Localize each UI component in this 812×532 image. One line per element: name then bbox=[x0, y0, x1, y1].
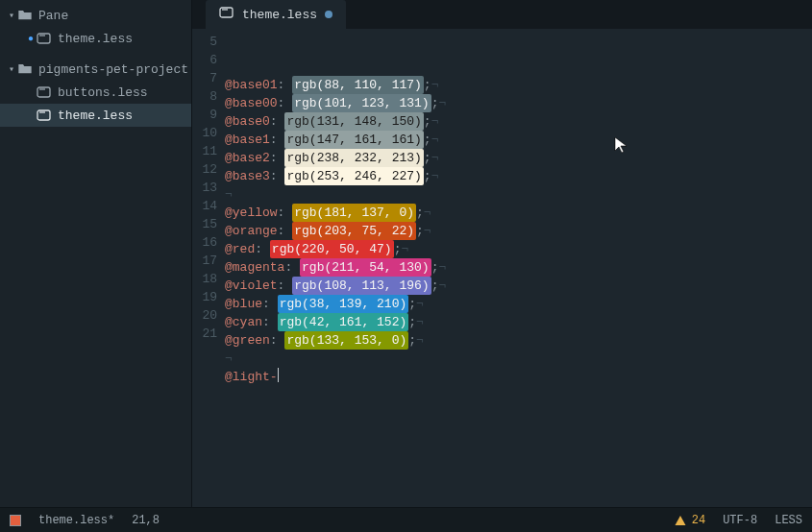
less-file-icon bbox=[37, 109, 52, 122]
code-line[interactable]: @base01: rgb(88, 110, 117);¬ bbox=[225, 76, 812, 94]
code-line[interactable]: @base1: rgb(147, 161, 161);¬ bbox=[225, 131, 812, 149]
chevron-down-icon: ▾ bbox=[6, 10, 17, 21]
code-line[interactable]: @base0: rgb(131, 148, 150);¬ bbox=[225, 112, 812, 131]
less-file-icon bbox=[37, 32, 52, 45]
folder-icon bbox=[17, 62, 33, 76]
code-line[interactable]: @light- bbox=[225, 368, 812, 386]
code-line[interactable]: @violet: rgb(108, 113, 196);¬ bbox=[225, 277, 812, 295]
code-area[interactable]: @base01: rgb(88, 110, 117);¬@base00: rgb… bbox=[225, 33, 812, 507]
status-filename[interactable]: theme.less* bbox=[38, 514, 114, 527]
tree-item-label: theme.less bbox=[58, 109, 133, 123]
less-file-icon bbox=[37, 85, 52, 99]
status-bar: theme.less* 21,8 24 UTF-8 LESS bbox=[0, 507, 812, 532]
code-line[interactable]: @magenta: rgb(211, 54, 130);¬ bbox=[225, 258, 812, 277]
tab-label: theme.less bbox=[242, 8, 317, 22]
tree-item-file[interactable]: theme.less bbox=[0, 104, 191, 127]
code-line[interactable]: @base3: rgb(253, 246, 227);¬ bbox=[225, 167, 812, 185]
folder-icon bbox=[17, 9, 33, 22]
status-warnings[interactable]: 24 bbox=[675, 514, 705, 527]
code-line[interactable]: @red: rgb(220, 50, 47);¬ bbox=[225, 240, 812, 258]
code-editor[interactable]: 56789101112131415161718192021 @base01: r… bbox=[192, 29, 812, 507]
status-warning-count: 24 bbox=[692, 514, 705, 527]
line-gutter: 56789101112131415161718192021 bbox=[192, 33, 225, 507]
dirty-dot-icon bbox=[325, 11, 332, 18]
chevron-down-icon: ▾ bbox=[6, 63, 17, 75]
tree-pane-header[interactable]: ▾ Pane bbox=[0, 4, 191, 27]
tab-theme[interactable]: theme.less bbox=[206, 0, 346, 29]
code-line[interactable]: @cyan: rgb(42, 161, 152);¬ bbox=[225, 313, 812, 331]
dirty-dot-icon: ● bbox=[25, 34, 37, 44]
code-line[interactable]: ¬ bbox=[225, 350, 812, 368]
tree-pane-label: Pane bbox=[38, 9, 68, 23]
tree-item-pane-file[interactable]: ● theme.less bbox=[0, 27, 191, 50]
code-line[interactable]: ¬ bbox=[225, 185, 812, 204]
warning-icon bbox=[675, 515, 686, 526]
code-line[interactable]: @orange: rgb(203, 75, 22);¬ bbox=[225, 222, 812, 240]
less-file-icon bbox=[219, 6, 234, 23]
tree-project-label: pigments-pet-project bbox=[38, 62, 188, 77]
tree-item-label: buttons.less bbox=[58, 85, 148, 100]
tree-item-label: theme.less bbox=[58, 32, 133, 46]
status-encoding[interactable]: UTF-8 bbox=[723, 514, 757, 527]
code-line[interactable]: @base00: rgb(101, 123, 131);¬ bbox=[225, 94, 812, 112]
tree-item-file[interactable]: buttons.less bbox=[0, 81, 191, 104]
status-grammar[interactable]: LESS bbox=[775, 514, 802, 527]
tab-bar: theme.less bbox=[192, 0, 812, 29]
code-line[interactable]: @green: rgb(133, 153, 0);¬ bbox=[225, 331, 812, 350]
code-line[interactable]: @blue: rgb(38, 139, 210);¬ bbox=[225, 295, 812, 313]
tree-project-header[interactable]: ▾ pigments-pet-project bbox=[0, 58, 191, 81]
code-line[interactable]: @yellow: rgb(181, 137, 0);¬ bbox=[225, 204, 812, 222]
code-line[interactable]: @base2: rgb(238, 232, 213);¬ bbox=[225, 149, 812, 167]
status-cursor-position[interactable]: 21,8 bbox=[132, 514, 160, 527]
status-color-swatch[interactable] bbox=[10, 515, 21, 526]
file-tree: ▾ Pane ● theme.less ▾ pigments-pet-proje… bbox=[0, 0, 192, 507]
